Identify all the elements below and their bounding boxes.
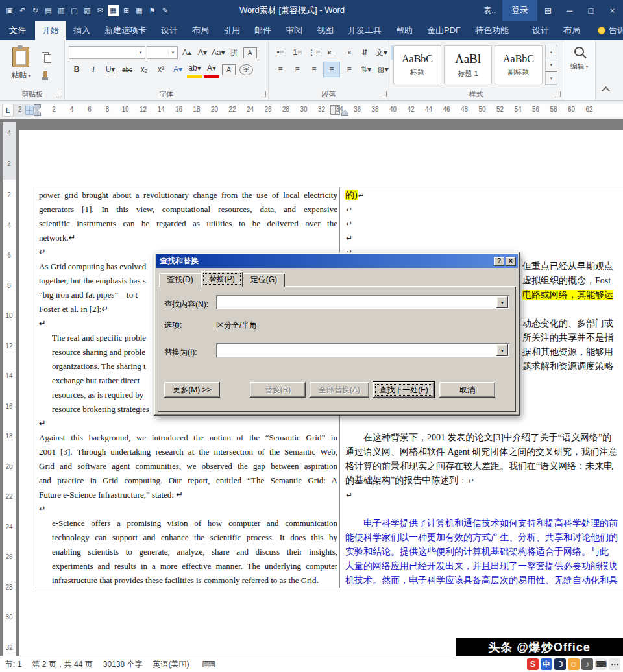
save-icon[interactable]: ▣ bbox=[4, 5, 15, 16]
toolbox-icon[interactable]: ⋯ bbox=[609, 658, 620, 670]
view-pages-icon[interactable]: ▦ bbox=[108, 5, 119, 16]
justify-icon[interactable]: ≡ bbox=[323, 62, 340, 77]
find-replace-dialog[interactable]: 查找和替换 ? × 查找(D)替换(P)定位(G) 查找内容(N): ▼ 选项:… bbox=[154, 252, 520, 416]
dialog-tab-替换(P)[interactable]: 替换(P) bbox=[201, 271, 243, 287]
context-tab-布局[interactable]: 布局 bbox=[556, 21, 587, 40]
voice-input-icon[interactable]: ♪ bbox=[581, 658, 593, 670]
tab-selector[interactable]: L bbox=[2, 104, 14, 117]
underline-icon[interactable]: U▾ bbox=[103, 62, 118, 77]
format-painter-button[interactable] bbox=[38, 67, 52, 80]
subscript-icon[interactable]: x₂ bbox=[136, 62, 152, 77]
increase-indent-icon[interactable]: ⇥ bbox=[340, 45, 356, 60]
character-shading-icon[interactable]: A bbox=[222, 64, 236, 75]
login-button[interactable]: 登录 bbox=[502, 0, 537, 21]
close-button[interactable]: × bbox=[602, 0, 623, 21]
half-width-icon[interactable]: ☽ bbox=[554, 658, 566, 670]
chevron-down-icon[interactable]: ▼ bbox=[496, 344, 508, 356]
dialog-tab-查找(D)[interactable]: 查找(D) bbox=[159, 273, 201, 287]
asian-layout-icon[interactable]: 文▾ bbox=[374, 45, 389, 60]
align-right-icon[interactable]: ≡ bbox=[306, 62, 322, 77]
more-button[interactable]: 更多(M) >> bbox=[164, 382, 220, 398]
replace-button[interactable]: 替换(R) bbox=[250, 382, 306, 398]
align-left-icon[interactable]: ≡ bbox=[273, 62, 288, 77]
change-case-icon[interactable]: Aa▾ bbox=[210, 45, 226, 60]
chevron-down-icon[interactable]: ▼ bbox=[496, 296, 508, 308]
cancel-button[interactable]: 取消 bbox=[439, 382, 495, 398]
paste-button[interactable]: 粘贴▾ bbox=[4, 44, 38, 90]
dialog-close-button[interactable]: × bbox=[506, 257, 516, 266]
paragraph-dialog-launcher[interactable] bbox=[381, 91, 387, 97]
new-document-icon[interactable]: ▢ bbox=[69, 5, 80, 16]
tab-插入[interactable]: 插入 bbox=[66, 21, 97, 40]
strikethrough-icon[interactable]: abc bbox=[119, 62, 135, 77]
table-select-icon[interactable] bbox=[25, 106, 34, 115]
gallery-more-button[interactable]: ▾ bbox=[545, 71, 557, 85]
redo-icon[interactable]: ↻ bbox=[30, 5, 41, 16]
open-folder-icon[interactable]: ▧ bbox=[82, 5, 93, 16]
context-tab-设计[interactable]: 设计 bbox=[525, 21, 556, 40]
phonetic-guide-icon[interactable]: 拼 bbox=[226, 45, 242, 60]
grow-font-icon[interactable]: A▴ bbox=[179, 45, 195, 60]
minimize-button[interactable]: ─ bbox=[559, 0, 580, 21]
print-icon[interactable]: ▤ bbox=[43, 5, 54, 16]
gallery-up-button[interactable]: ▴ bbox=[545, 45, 557, 58]
print-preview-icon[interactable]: ▥ bbox=[56, 5, 67, 16]
status-item[interactable]: 英语(美国) bbox=[153, 659, 189, 670]
find-next-button[interactable]: 查找下一处(F) bbox=[373, 382, 434, 398]
gallery-down-button[interactable]: ▾ bbox=[545, 58, 557, 71]
font-name-combo[interactable]: ▾ bbox=[69, 46, 145, 59]
bold-icon[interactable]: B bbox=[69, 62, 84, 77]
tab-布局[interactable]: 布局 bbox=[185, 21, 216, 40]
text-effects-icon[interactable]: A▾ bbox=[170, 62, 186, 77]
chinese-mode-icon[interactable]: 中 bbox=[541, 658, 552, 670]
clipboard-dialog-launcher[interactable] bbox=[56, 91, 62, 97]
copy-button[interactable] bbox=[38, 49, 52, 62]
collapse-ribbon-button[interactable] bbox=[602, 86, 610, 95]
sogou-input-icon[interactable]: S bbox=[527, 658, 539, 670]
tab-引用[interactable]: 引用 bbox=[216, 21, 247, 40]
status-item[interactable]: 30138 个字 bbox=[103, 659, 143, 670]
styles-dialog-launcher[interactable] bbox=[555, 91, 561, 97]
style-标题[interactable]: AaBbC标题 bbox=[393, 45, 441, 84]
tab-审阅[interactable]: 审阅 bbox=[278, 21, 310, 40]
sort-icon[interactable]: ⇵ bbox=[357, 45, 373, 60]
align-center-icon[interactable]: ≡ bbox=[289, 62, 305, 77]
email-icon[interactable]: ✉ bbox=[95, 5, 106, 16]
replace-all-button[interactable]: 全部替换(A) bbox=[310, 382, 369, 398]
line-spacing-icon[interactable]: ⇅▾ bbox=[358, 62, 374, 77]
tab-特色功能[interactable]: 特色功能 bbox=[468, 21, 516, 40]
tab-邮件[interactable]: 邮件 bbox=[247, 21, 278, 40]
ribbon-display-options-button[interactable]: ⊞ bbox=[537, 0, 559, 21]
dialog-help-button[interactable]: ? bbox=[494, 257, 504, 266]
emoticon-icon[interactable]: ☺ bbox=[568, 658, 580, 670]
editing-group[interactable]: 编辑▾ bbox=[563, 40, 596, 100]
tab-金山PDF[interactable]: 金山PDF bbox=[420, 21, 468, 40]
enclose-character-icon[interactable]: 字 bbox=[239, 64, 253, 75]
find-what-input[interactable]: ▼ bbox=[216, 295, 509, 309]
tab-file[interactable]: 文件 bbox=[0, 21, 35, 40]
style-标题 1[interactable]: AaBl标题 1 bbox=[444, 45, 492, 84]
decrease-indent-icon[interactable]: ⇤ bbox=[323, 45, 339, 60]
character-border-icon[interactable]: A bbox=[243, 47, 257, 58]
tab-帮助[interactable]: 帮助 bbox=[389, 21, 420, 40]
shading-icon[interactable]: ▨▾ bbox=[375, 62, 391, 77]
superscript-icon[interactable]: x² bbox=[153, 62, 169, 77]
font-dialog-launcher[interactable] bbox=[260, 91, 266, 97]
style-副标题[interactable]: AaBbC副标题 bbox=[495, 45, 543, 84]
highlight-color-icon[interactable]: ab▾ bbox=[187, 61, 202, 78]
soft-keyboard-icon[interactable]: ⌨ bbox=[595, 658, 607, 670]
font-color-icon[interactable]: A▾ bbox=[204, 61, 219, 78]
horizontal-ruler[interactable]: 2 24681012141618202224262830323436384042… bbox=[14, 104, 623, 117]
undo-icon[interactable]: ↶ bbox=[17, 5, 28, 16]
tab-视图[interactable]: 视图 bbox=[310, 21, 341, 40]
maximize-button[interactable]: □ bbox=[580, 0, 602, 21]
tab-设计[interactable]: 设计 bbox=[154, 21, 185, 40]
multilevel-list-icon[interactable]: ⋮≡ bbox=[306, 45, 322, 60]
tab-开始[interactable]: 开始 bbox=[35, 21, 66, 40]
vertical-ruler[interactable]: 422468101214161820222426283032 bbox=[3, 122, 16, 656]
distribute-icon[interactable]: ≡ bbox=[341, 62, 357, 77]
dialog-tab-定位(G)[interactable]: 定位(G) bbox=[243, 273, 285, 287]
bullets-icon[interactable]: •≡ bbox=[273, 45, 288, 60]
numbering-icon[interactable]: 1≡ bbox=[289, 45, 305, 60]
tab-新建选项卡[interactable]: 新建选项卡 bbox=[97, 21, 154, 40]
